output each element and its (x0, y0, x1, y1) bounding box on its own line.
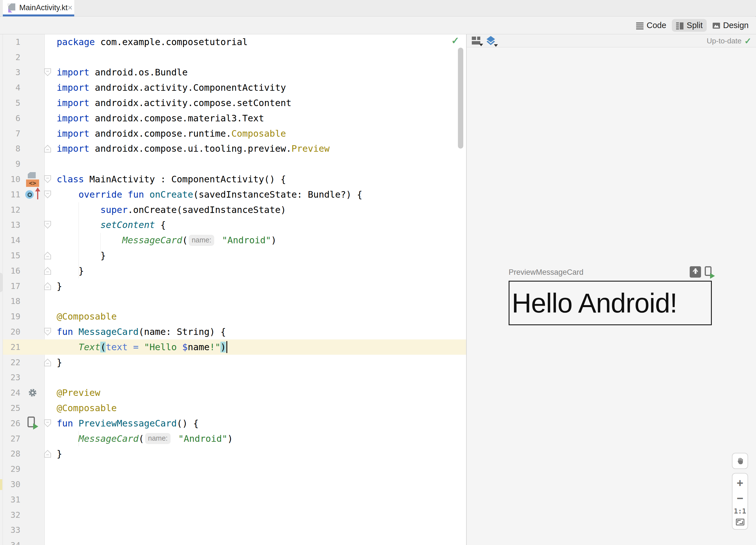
split-view-button[interactable]: Split (672, 19, 706, 32)
line-number[interactable]: 13 (3, 220, 20, 230)
preview-render-frame[interactable]: Hello Android! (509, 281, 712, 325)
fold-region-end-icon[interactable] (44, 251, 51, 259)
code-line[interactable]: 4import androidx.activity.ComponentActiv… (3, 80, 466, 95)
line-number[interactable]: 25 (3, 403, 20, 413)
code-line[interactable]: 28} (3, 446, 466, 462)
line-number[interactable]: 3 (3, 67, 20, 77)
code-line[interactable]: 22} (3, 355, 466, 370)
overrides-method-icon[interactable] (25, 188, 40, 201)
code-line[interactable]: 12 super.onCreate(savedInstanceState) (3, 202, 466, 217)
preview-layers-icon[interactable] (486, 36, 497, 46)
left-stripe-notch[interactable] (0, 273, 3, 292)
line-number[interactable]: 32 (3, 510, 20, 520)
code-line[interactable]: 17} (3, 279, 466, 294)
fold-marker[interactable] (43, 263, 53, 279)
code-line[interactable]: 30 (3, 477, 466, 492)
code-line[interactable]: 8import androidx.compose.ui.tooling.prev… (3, 141, 466, 156)
tab-mainactivity[interactable]: MainActivity.kt × (3, 0, 74, 16)
line-number[interactable]: 10 (3, 174, 20, 184)
code-line[interactable]: 24@Preview (3, 385, 466, 400)
fold-marker[interactable] (43, 171, 53, 187)
code-line[interactable]: 31 (3, 492, 466, 507)
code-line[interactable]: 6import androidx.compose.material3.Text (3, 111, 466, 126)
line-number[interactable]: 30 (3, 480, 20, 489)
fold-marker[interactable] (43, 446, 53, 462)
kotlin-class-icon[interactable]: <> (26, 172, 39, 186)
code-view-button[interactable]: Code (632, 19, 670, 32)
code-line[interactable]: 5import androidx.activity.compose.setCon… (3, 95, 466, 111)
inspections-ok-icon[interactable]: ✓ (451, 35, 460, 46)
fold-marker[interactable] (43, 324, 53, 340)
line-number[interactable]: 34 (3, 540, 20, 545)
zoom-in-button[interactable]: + (737, 477, 743, 489)
preview-layout-options-icon[interactable] (472, 36, 482, 46)
fold-marker[interactable] (43, 65, 53, 80)
fold-marker[interactable] (43, 279, 53, 294)
line-number[interactable]: 31 (3, 495, 20, 504)
line-number[interactable]: 27 (3, 434, 20, 444)
fold-region-start-icon[interactable] (44, 328, 51, 336)
code-line[interactable]: 21 Text(text = "Hello $name!") (3, 340, 466, 355)
fold-region-start-icon[interactable] (44, 175, 51, 183)
fold-marker[interactable] (43, 217, 53, 233)
fold-region-end-icon[interactable] (44, 450, 51, 458)
close-tab-icon[interactable]: × (68, 3, 73, 12)
interactive-preview-icon[interactable] (690, 266, 701, 278)
code-line[interactable]: 19@Composable (3, 309, 466, 324)
code-line[interactable]: 25@Composable (3, 400, 466, 416)
preview-settings-gear-icon[interactable] (28, 388, 37, 398)
code-line[interactable]: 23 (3, 370, 466, 385)
line-number[interactable]: 26 (3, 419, 20, 428)
code-line[interactable]: 10<>class MainActivity : ComponentActivi… (3, 171, 466, 187)
line-number[interactable]: 9 (3, 159, 20, 169)
line-number[interactable]: 20 (3, 327, 20, 337)
code-line[interactable]: 29 (3, 461, 466, 477)
line-number[interactable]: 8 (3, 144, 20, 153)
code-line[interactable]: 7import androidx.compose.runtime.Composa… (3, 126, 466, 141)
line-number[interactable]: 7 (3, 129, 20, 138)
line-number[interactable]: 29 (3, 464, 20, 474)
fold-marker[interactable] (43, 187, 53, 202)
code-line[interactable]: 3import android.os.Bundle (3, 65, 466, 80)
line-number[interactable]: 24 (3, 388, 20, 398)
code-line[interactable]: 18 (3, 294, 466, 309)
code-line[interactable]: 34 (3, 538, 466, 545)
fold-region-start-icon[interactable] (44, 419, 51, 427)
editor-scrollbar-thumb[interactable] (458, 48, 463, 148)
fold-region-start-icon[interactable] (44, 221, 51, 229)
fold-region-end-icon[interactable] (44, 145, 51, 152)
design-view-button[interactable]: Design (708, 19, 753, 32)
zoom-to-fit-button[interactable] (736, 519, 744, 525)
line-number[interactable]: 2 (3, 52, 20, 62)
line-number[interactable]: 23 (3, 373, 20, 382)
fold-region-start-icon[interactable] (44, 68, 51, 76)
code-line[interactable]: 32 (3, 507, 466, 523)
line-number[interactable]: 6 (3, 113, 20, 123)
line-number[interactable]: 11 (3, 190, 20, 199)
zoom-actual-size-button[interactable]: 1:1 (734, 508, 746, 515)
line-number[interactable]: 15 (3, 251, 20, 260)
line-number[interactable]: 4 (3, 83, 20, 92)
fold-marker[interactable] (43, 416, 53, 431)
run-preview-icon[interactable] (27, 417, 38, 430)
line-number[interactable]: 33 (3, 525, 20, 535)
fold-marker[interactable] (43, 248, 53, 263)
fold-region-end-icon[interactable] (44, 267, 51, 275)
code-line[interactable]: 2 (3, 50, 466, 65)
line-number[interactable]: 28 (3, 449, 20, 459)
fold-marker[interactable] (43, 355, 53, 370)
line-number[interactable]: 5 (3, 98, 20, 108)
line-number[interactable]: 12 (3, 205, 20, 215)
code-line[interactable]: 27 MessageCard(name: "Android") (3, 431, 466, 446)
line-number[interactable]: 17 (3, 281, 20, 291)
code-line[interactable]: 14 MessageCard(name: "Android") (3, 232, 466, 248)
run-preview-on-device-icon[interactable] (704, 266, 715, 279)
code-line[interactable]: 20fun MessageCard(name: String) { (3, 324, 466, 340)
line-number[interactable]: 19 (3, 312, 20, 321)
line-number[interactable]: 14 (3, 235, 20, 245)
code-line[interactable]: 15 } (3, 248, 466, 263)
fold-region-end-icon[interactable] (44, 359, 51, 366)
line-number[interactable]: 1 (3, 37, 20, 47)
line-number[interactable]: 18 (3, 296, 20, 306)
code-line[interactable]: 33 (3, 523, 466, 538)
